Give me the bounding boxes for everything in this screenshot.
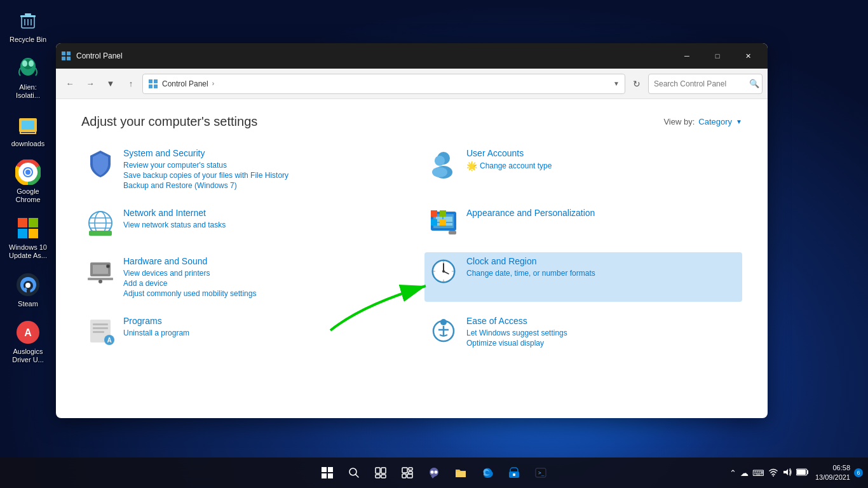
ease-of-access-section: Ease of Access Let Windows suggest setti… [424, 312, 742, 351]
svg-rect-52 [440, 219, 446, 226]
svg-rect-27 [62, 57, 65, 60]
taskbar-time: 06:58 [832, 463, 850, 473]
svg-rect-55 [93, 265, 108, 274]
view-by-value[interactable]: Category [698, 117, 732, 126]
svg-rect-71 [93, 327, 108, 329]
clock-region-icon [428, 256, 459, 287]
start-button[interactable] [315, 460, 340, 485]
window-title: Control Panel [76, 51, 672, 60]
hardware-sound-link-2[interactable]: Add a device [123, 279, 256, 288]
downloads-label: downloads [11, 140, 45, 148]
window-controls: ─ □ ✕ [672, 46, 763, 66]
network-internet-link-1[interactable]: View network status and tasks [123, 220, 226, 229]
search-icon[interactable]: 🔍 [749, 79, 759, 88]
edge-button[interactable] [475, 460, 500, 485]
back-button[interactable]: ← [61, 75, 79, 93]
desktop-icon-chrome[interactable]: Google Chrome [5, 157, 51, 207]
svg-rect-1 [20, 15, 36, 17]
file-explorer-button[interactable] [448, 460, 473, 485]
svg-rect-83 [328, 467, 333, 472]
view-by-chevron-icon[interactable]: ▼ [736, 118, 742, 125]
recent-locations-button[interactable]: ▼ [102, 75, 119, 93]
clock-region-section: Clock and Region Change date, time, or n… [424, 252, 742, 302]
svg-rect-26 [67, 51, 71, 55]
chat-button[interactable] [421, 460, 447, 485]
forward-button[interactable]: → [81, 75, 99, 93]
ease-of-access-link-1[interactable]: Let Windows suggest settings [466, 329, 567, 337]
ease-of-access-title[interactable]: Ease of Access [466, 316, 567, 326]
recycle-bin-label: Recycle Bin [10, 36, 46, 44]
desktop-icon-alien[interactable]: Alien: Isolati... [5, 53, 51, 102]
appearance-title[interactable]: Appearance and Personalization [466, 208, 595, 218]
keyboard-icon[interactable]: ⌨ [752, 468, 764, 478]
svg-rect-25 [62, 51, 65, 55]
system-security-link-2[interactable]: Save backup copies of your files with Fi… [123, 171, 288, 180]
refresh-button[interactable]: ↻ [628, 75, 646, 93]
user-accounts-link-1[interactable]: 🌟 🌟 Change account type Change account t… [466, 161, 552, 171]
svg-rect-89 [381, 468, 386, 473]
wifi-icon[interactable] [768, 467, 778, 479]
ease-of-access-link-2[interactable]: Optimize visual display [466, 339, 567, 348]
battery-icon[interactable] [796, 468, 809, 478]
volume-icon[interactable] [782, 467, 792, 479]
system-security-link-1[interactable]: Review your computer's status [123, 161, 288, 170]
hardware-sound-title[interactable]: Hardware and Sound [123, 256, 256, 266]
svg-rect-49 [431, 210, 437, 217]
minimize-button[interactable]: ─ [672, 46, 702, 66]
close-button[interactable]: ✕ [733, 46, 763, 66]
svg-point-106 [773, 475, 774, 477]
terminal-button[interactable]: >_ [528, 460, 553, 485]
task-view-button[interactable] [368, 460, 393, 485]
desktop-icon-auslogics[interactable]: A Auslogics Driver U... [5, 317, 51, 367]
programs-title[interactable]: Programs [123, 316, 189, 326]
system-security-section: System and Security Review your computer… [81, 144, 399, 194]
chrome-label: Google Chrome [8, 187, 48, 204]
search-box[interactable]: 🔍 [648, 74, 763, 94]
desktop-icon-steam[interactable]: Steam [5, 269, 51, 311]
user-accounts-title[interactable]: User Accounts [466, 148, 552, 158]
svg-rect-50 [440, 210, 446, 217]
address-dropdown[interactable]: ▼ [613, 80, 620, 87]
hardware-sound-link-1[interactable]: View devices and printers [123, 269, 256, 278]
svg-rect-72 [93, 331, 104, 333]
taskbar-search-button[interactable] [341, 460, 367, 485]
search-input[interactable] [654, 79, 749, 88]
network-internet-title[interactable]: Network and Internet [123, 208, 226, 218]
notification-badge[interactable]: 6 [854, 468, 863, 477]
up-button[interactable]: ↑ [122, 75, 140, 93]
taskbar-date: 13/09/2021 [815, 473, 850, 482]
desktop-icon-recycle-bin[interactable]: Recycle Bin [5, 5, 51, 46]
programs-icon: A [85, 316, 116, 346]
desktop-icon-downloads[interactable]: downloads [5, 109, 51, 151]
svg-rect-92 [402, 468, 407, 473]
windows-update-label: Windows 10 Update As... [8, 243, 48, 260]
hardware-sound-icon [85, 256, 116, 287]
desktop-icon-windows-update[interactable]: Windows 10 Update As... [5, 213, 51, 262]
svg-point-75 [440, 319, 447, 325]
address-separator: › [212, 80, 214, 87]
network-internet-text: Network and Internet View network status… [123, 208, 226, 229]
svg-rect-53 [449, 231, 456, 234]
svg-rect-32 [154, 85, 158, 88]
widgets-button[interactable] [395, 460, 420, 485]
svg-rect-11 [22, 121, 34, 130]
system-security-title[interactable]: System and Security [123, 148, 288, 158]
maximize-button[interactable]: □ [703, 46, 732, 66]
clock-region-link-1[interactable]: Change date, time, or number formats [466, 269, 595, 278]
taskbar-center: >_ [315, 460, 553, 485]
svg-rect-2 [25, 13, 31, 15]
clock-region-title[interactable]: Clock and Region [466, 256, 595, 266]
programs-link-1[interactable]: Uninstall a program [123, 329, 189, 337]
recycle-bin-icon [15, 8, 41, 33]
system-security-link-3[interactable]: Backup and Restore (Windows 7) [123, 181, 288, 190]
steam-label: Steam [18, 300, 38, 308]
cloud-icon[interactable]: ☁ [740, 468, 749, 478]
hardware-sound-link-3[interactable]: Adjust commonly used mobility settings [123, 289, 256, 298]
store-button[interactable] [501, 460, 527, 485]
address-bar[interactable]: Control Panel › ▼ [142, 74, 625, 94]
hardware-sound-text: Hardware and Sound View devices and prin… [123, 256, 256, 298]
svg-rect-70 [93, 323, 108, 325]
view-by-control: View by: Category ▼ [663, 117, 742, 126]
tray-chevron-icon[interactable]: ⌃ [729, 468, 736, 478]
svg-point-8 [22, 60, 27, 67]
